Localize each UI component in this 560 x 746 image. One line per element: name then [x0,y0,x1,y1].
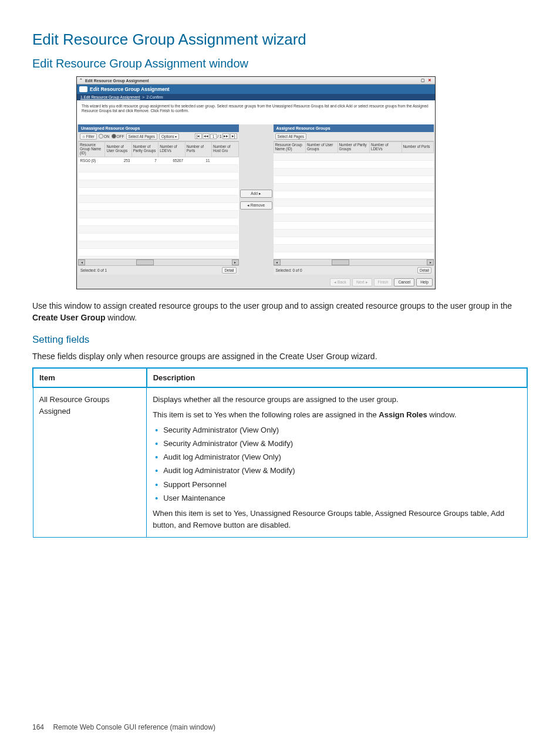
footer-reference: Remote Web Console GUI reference (main w… [53,723,215,731]
col-parity-groups[interactable]: Number of Parity Groups [338,141,370,153]
window-title: Edit Resource Group Assignment [85,79,149,83]
transfer-buttons: Add ▸ ◂ Remove [240,124,272,275]
assigned-table[interactable]: Resource Group Name (ID) Number of User … [274,141,434,259]
list-item: Security Administrator (View & Modify) [153,438,521,450]
page-prev-icon[interactable]: ◂◂ [203,133,210,139]
wizard-instructions: This wizard lets you edit resource group… [77,100,435,124]
detail-button[interactable]: Detail [222,267,236,274]
section-subtitle: Edit Resource Group Assignment window [32,57,528,70]
maximize-icon[interactable]: ▢ [420,78,426,83]
page-current[interactable]: 1 [210,134,217,139]
list-item: Support Personnel [153,479,521,491]
collapse-icon[interactable]: ⌃ [79,78,83,83]
add-button[interactable]: Add ▸ [240,190,272,198]
select-all-button[interactable]: Select All Pages [126,133,158,140]
setting-fields-heading: Setting fields [32,334,528,346]
filter-on-radio[interactable]: ON [99,134,110,139]
col-ports[interactable]: Number of Ports [185,141,211,157]
finish-button[interactable]: Finish [374,278,393,286]
wizard-title: Edit Resource Group Assignment [90,86,170,92]
cancel-button[interactable]: Cancel [394,278,414,286]
page-footer: 164 Remote Web Console GUI reference (ma… [32,723,215,731]
select-all-button[interactable]: Select All Pages [275,133,307,140]
item-cell: All Resource Groups Assigned [33,387,147,538]
list-item: Audit log Administrator (View & Modify) [153,465,521,477]
assigned-title: Assigned Resource Groups [274,124,434,132]
breadcrumb-step-2[interactable]: 2.Confirm [147,95,163,99]
col-user-groups[interactable]: Number of User Groups [105,141,131,157]
wizard-header: Edit Resource Group Assignment [77,85,435,94]
scrollbar[interactable]: ◂▸ [78,259,239,265]
col-ldevs[interactable]: Number of LDEVs [370,141,402,153]
options-button[interactable]: Options ▾ [159,133,179,140]
settings-table: Item Description All Resource Groups Ass… [32,367,528,538]
col-ldevs[interactable]: Number of LDEVs [158,141,185,157]
detail-button[interactable]: Detail [417,267,431,274]
filter-off-radio[interactable]: OFF [112,134,124,139]
col-item: Item [33,368,147,387]
list-item: User Maintenance [153,492,521,504]
window-titlebar: ⌃ Edit Resource Group Assignment ▢ ✕ [77,77,435,85]
body-paragraph: Use this window to assign created resour… [32,300,528,324]
close-icon[interactable]: ✕ [427,78,433,83]
hp-logo-icon [79,86,87,92]
col-parity-groups[interactable]: Number of Parity Groups [131,141,158,157]
help-button[interactable]: Help [416,278,433,286]
table-row[interactable]: RSG0 (0) 253 7 65267 11 [79,157,239,164]
col-user-groups[interactable]: Number of User Groups [306,141,338,153]
unassigned-panel: Unassigned Resource Groups ☆ Filter ON O… [78,124,239,275]
page-first-icon[interactable]: |◂ [195,133,202,139]
scrollbar[interactable]: ◂▸ [274,259,434,265]
selected-status: Selected: 0 of 1 [80,268,107,272]
breadcrumb-step-1[interactable]: 1.Edit Resource Group Assignment [80,95,140,99]
setting-fields-intro: These fields display only when resource … [32,350,528,362]
page-last-icon[interactable]: ▸| [230,133,237,139]
col-rg-name[interactable]: Resource Group Name (ID) [79,141,105,157]
col-description: Description [147,368,527,387]
breadcrumb: 1.Edit Resource Group Assignment > 2.Con… [77,94,435,100]
selected-status: Selected: 0 of 0 [276,268,302,272]
next-button[interactable]: Next ▸ [352,278,372,286]
assigned-panel: Assigned Resource Groups Select All Page… [274,124,434,275]
remove-button[interactable]: ◂ Remove [240,201,272,210]
unassigned-table[interactable]: Resource Group Name (ID) Number of User … [78,141,239,259]
wizard-screenshot: ⌃ Edit Resource Group Assignment ▢ ✕ Edi… [76,76,436,289]
page-title: Edit Resource Group Assignment wizard [32,31,528,49]
page-next-icon[interactable]: ▸▸ [222,133,230,139]
wizard-footer: ◂ Back Next ▸ Finish Cancel Help [77,276,435,289]
list-item: Security Administrator (View Only) [153,424,521,436]
page-total: / 1 [217,134,221,139]
col-ports[interactable]: Number of Ports [402,141,434,153]
back-button[interactable]: ◂ Back [330,278,350,286]
unassigned-title: Unassigned Resource Groups [78,124,239,132]
col-host-groups[interactable]: Number of Host Gro [212,141,238,157]
list-item: Audit log Administrator (View Only) [153,451,521,463]
filter-button[interactable]: ☆ Filter [80,133,97,140]
col-rg-name[interactable]: Resource Group Name (ID) [274,141,306,153]
description-cell: Displays whether all the resource groups… [147,387,527,538]
page-number: 164 [32,723,44,731]
